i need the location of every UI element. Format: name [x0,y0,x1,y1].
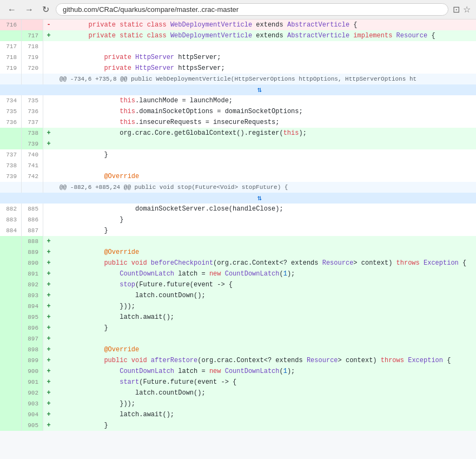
line-num-new: 740 [22,149,43,160]
diff-code: stop(Future.future(event -> { [54,279,476,290]
address-bar[interactable]: github.com/CRaC/quarkus/compare/master..… [56,3,448,16]
line-num-new: 885 [22,204,43,214]
browser-chrome: ← → ↻ github.com/CRaC/quarkus/compare/ma… [0,0,476,19]
diff-code: CountDownLatch latch = new CountDownLatc… [54,366,476,377]
line-num-new: 905 [22,420,43,431]
diff-marker: + [43,290,54,301]
line-num-old [0,355,22,366]
line-num-old [0,128,22,139]
diff-line: 719 720 private HttpServer httpsServer; [0,63,476,74]
diff-marker: + [43,247,54,258]
line-num-old [0,312,22,323]
line-num-new: 737 [22,117,43,128]
line-num-old: 739 [0,171,22,182]
diff-marker: + [43,409,54,420]
diff-line: 736 737 this.insecureRequests = insecure… [0,117,476,128]
diff-code: } [54,214,476,225]
diff-code: CountDownLatch latch = new CountDownLatc… [54,268,476,279]
diff-code: @@ -734,6 +735,8 @@ public WebDeployment… [54,74,476,84]
diff-marker: + [43,30,54,41]
line-num-new: 742 [22,171,43,182]
diff-line: 882 885 domainSocketServer.close(handleC… [0,204,476,214]
diff-code: } [54,225,476,236]
line-num-old [0,333,22,344]
line-num-old [0,301,22,312]
diff-marker [43,63,54,74]
diff-code: @Override [54,171,476,182]
line-num-new: 898 [22,344,43,355]
line-num-new: 899 [22,355,43,366]
diff-marker: + [43,128,54,139]
line-num-new: 903 [22,398,43,409]
line-num-old: 737 [0,149,22,160]
diff-line: 734 735 this.launchMode = launchMode; [0,95,476,106]
line-num-new: 719 [22,52,43,63]
diff-line: 892 + stop(Future.future(event -> { [0,279,476,290]
diff-code: this.domainSocketOptions = domainSocketO… [54,106,476,117]
line-num-old: 736 [0,117,22,128]
diff-line: 903 + })); [0,398,476,409]
bookmark-icon[interactable]: ☆ [463,4,471,15]
diff-code: this.launchMode = launchMode; [54,95,476,106]
line-num-old [0,290,22,301]
line-num-new: 735 [22,95,43,106]
line-num-old: 718 [0,52,22,63]
diff-marker: + [43,333,54,344]
line-num-new [22,182,43,193]
hunk-header-2: @@ -882,6 +885,24 @@ public void stop(Fu… [0,182,476,193]
hunk-expand[interactable]: ⇅ [0,84,476,95]
expand-up-icon[interactable]: ⇅ [257,84,262,95]
reload-button[interactable]: ↻ [40,3,51,16]
line-num-old: 717 [0,41,22,52]
diff-line: 735 736 this.domainSocketOptions = domai… [0,106,476,117]
diff-line: 898 + @Override [0,344,476,355]
diff-line: 899 + public void afterRestore(org.crac.… [0,355,476,366]
diff-code: latch.countDown(); [54,388,476,398]
diff-code: @Override [54,344,476,355]
diff-code: @Override [54,247,476,258]
line-num-old [0,182,22,193]
diff-code: this.insecureRequests = insecureRequests… [54,117,476,128]
diff-marker [43,225,54,236]
diff-line: 717 718 [0,41,476,52]
diff-marker: + [43,279,54,290]
line-num-new: 891 [22,268,43,279]
line-num-new: 889 [22,247,43,258]
diff-line: 890 + public void beforeCheckpoint(org.c… [0,258,476,268]
line-num-new: 738 [22,128,43,139]
diff-marker: - [43,19,54,30]
diff-line: 883 886 } [0,214,476,225]
diff-code: } [54,149,476,160]
diff-marker: + [43,268,54,279]
diff-line: 901 + start(Future.future(event -> { [0,377,476,388]
diff-marker [43,171,54,182]
diff-line: 894 + })); [0,301,476,312]
diff-marker [43,160,54,171]
diff-code: latch.await(); [54,312,476,323]
expand-up-icon-2[interactable]: ⇅ [257,193,262,204]
diff-code [54,139,476,149]
line-num-old: 734 [0,95,22,106]
diff-code: })); [54,398,476,409]
line-num-old [0,366,22,377]
line-num-new: 736 [22,106,43,117]
line-num-new [22,19,43,30]
line-num-old: 735 [0,106,22,117]
cast-icon[interactable]: ⊡ [453,4,460,15]
line-num-new: 895 [22,312,43,323]
line-num-new [22,74,43,84]
diff-line: 905 + } [0,420,476,431]
line-num-new: 888 [22,236,43,247]
line-num-old [0,420,22,431]
line-num-new: 893 [22,290,43,301]
diff-marker [43,41,54,52]
forward-button[interactable]: → [23,4,36,16]
back-button[interactable]: ← [5,4,18,16]
line-num-new: 900 [22,366,43,377]
url-text: github.com/CRaC/quarkus/compare/master..… [63,5,239,14]
hunk-expand-2[interactable]: ⇅ [0,193,476,204]
diff-line: 884 887 } [0,225,476,236]
line-num-old [0,409,22,420]
line-num-old [0,323,22,333]
diff-marker [43,106,54,117]
